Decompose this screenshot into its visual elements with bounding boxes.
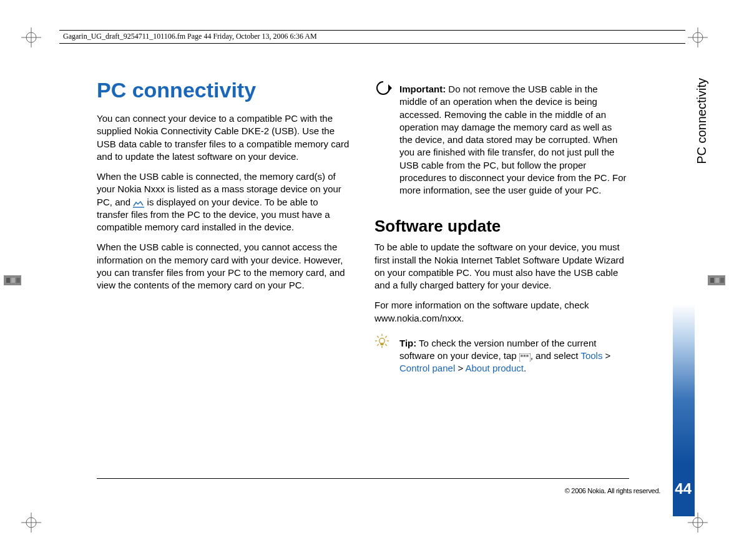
crop-mark-icon	[19, 510, 44, 535]
svg-rect-15	[16, 278, 20, 283]
svg-line-28	[385, 344, 387, 346]
tip-icon	[374, 332, 392, 383]
page-content: PC connectivity You can connect your dev…	[97, 78, 627, 473]
section-heading: Software update	[374, 217, 627, 236]
menu-path-item: Tools	[580, 350, 602, 361]
svg-rect-14	[11, 278, 15, 283]
important-label: Important:	[399, 84, 446, 94]
text: .	[524, 363, 526, 373]
footer-rule	[97, 478, 629, 479]
text: >	[602, 350, 610, 361]
app-menu-icon	[519, 352, 531, 360]
svg-rect-34	[524, 355, 526, 356]
tip-text: Tip: To check the version number of the …	[399, 337, 627, 375]
copyright: © 2006 Nokia. All rights reserved.	[565, 487, 660, 494]
svg-line-29	[385, 336, 387, 338]
menu-path-item: Control panel	[399, 363, 455, 373]
print-header-text: Gagarin_UG_draft_9254711_101106.fm Page …	[63, 32, 317, 41]
important-note: Important: Do not remove the USB cable i…	[374, 78, 627, 204]
text: >	[455, 363, 465, 373]
body-paragraph: For more information on the software upd…	[374, 299, 627, 325]
svg-line-27	[377, 336, 379, 338]
crop-color-bar-icon	[704, 268, 729, 293]
svg-rect-18	[715, 278, 719, 283]
text: , and select	[531, 350, 581, 361]
svg-rect-13	[6, 278, 10, 283]
crop-mark-icon	[685, 25, 710, 50]
svg-marker-21	[388, 84, 392, 92]
side-tab-label: PC connectivity	[695, 78, 709, 164]
tip-label: Tip:	[399, 338, 416, 348]
important-icon	[374, 78, 392, 204]
svg-rect-33	[521, 355, 522, 356]
svg-line-30	[377, 344, 379, 346]
svg-rect-32	[519, 353, 531, 362]
svg-rect-19	[720, 278, 724, 283]
body-paragraph: To be able to update the software on you…	[374, 241, 627, 292]
usb-connect-icon	[133, 199, 144, 206]
body-paragraph: When the USB cable is connected, the mem…	[97, 170, 350, 233]
crop-mark-icon	[19, 25, 44, 50]
right-column: Important: Do not remove the USB cable i…	[374, 78, 627, 473]
page-number: 44	[675, 480, 692, 498]
left-column: PC connectivity You can connect your dev…	[97, 78, 350, 473]
svg-rect-35	[526, 355, 528, 356]
crop-color-bar-icon	[0, 268, 25, 293]
print-header: Gagarin_UG_draft_9254711_101106.fm Page …	[59, 30, 685, 44]
body-paragraph: When the USB cable is connected, you can…	[97, 241, 350, 292]
svg-rect-17	[710, 278, 714, 283]
svg-rect-31	[380, 343, 383, 345]
svg-point-22	[379, 338, 385, 343]
body-paragraph: You can connect your device to a compati…	[97, 112, 350, 163]
tip-note: Tip: To check the version number of the …	[374, 332, 627, 383]
text: Do not remove the USB cable in the middl…	[399, 84, 627, 195]
menu-path-item: About product	[466, 363, 524, 373]
important-text: Important: Do not remove the USB cable i…	[399, 83, 627, 197]
page-title: PC connectivity	[97, 78, 350, 102]
